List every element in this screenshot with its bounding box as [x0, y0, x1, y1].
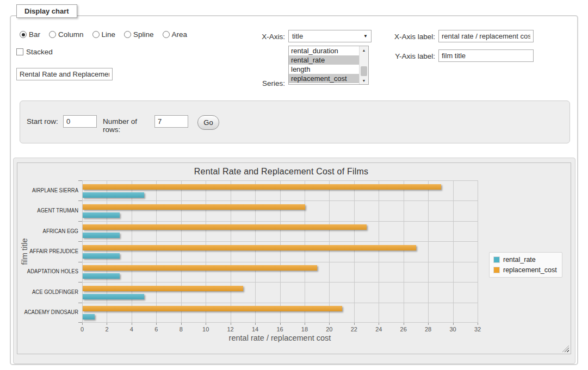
bar-rental_rate[interactable] [83, 273, 120, 279]
y-tick-mark [78, 200, 82, 201]
chart-title-input[interactable] [16, 68, 113, 80]
gridline-vertical [329, 180, 330, 323]
category-label: ACADEMY DINOSAUR [22, 309, 79, 315]
xaxis-field-label: X-Axis: [228, 33, 285, 41]
gridline-horizontal [82, 180, 478, 181]
x-tick-label: 2 [99, 326, 114, 333]
bar-replacement_cost[interactable] [83, 204, 305, 210]
gridline-vertical [231, 180, 231, 323]
x-tick-label: 14 [247, 326, 263, 333]
bar-replacement_cost[interactable] [83, 224, 367, 230]
chart-type-spline[interactable]: Spline [124, 30, 154, 39]
series-option-replacement-cost[interactable]: replacement_cost [289, 74, 360, 83]
radio-icon[interactable] [49, 31, 56, 38]
xaxis-label-input[interactable] [438, 30, 534, 42]
start-row-label: Start row: [27, 117, 61, 126]
category-label: ADAPTATION HOLES [22, 268, 79, 274]
series-listbox[interactable]: rental_duration rental_rate length repla… [288, 46, 369, 85]
legend-item[interactable]: replacement_cost [493, 266, 557, 274]
category-label: AGENT TRUMAN [22, 208, 79, 214]
chart-container: Rental Rate and Replacement Cost of Film… [17, 162, 571, 354]
x-tick-mark [107, 323, 107, 325]
x-tick-label: 24 [371, 326, 386, 333]
category-label: ACE GOLDFINGER [22, 289, 79, 295]
x-tick-mark [305, 323, 305, 325]
radio-icon[interactable] [92, 31, 100, 38]
radio-icon[interactable] [20, 31, 27, 38]
x-tick-mark [181, 323, 182, 325]
gridline-vertical [428, 180, 429, 323]
x-tick-mark [132, 323, 132, 325]
gridline-horizontal [82, 200, 478, 201]
gridline-vertical [156, 180, 157, 323]
gridline-vertical [280, 180, 281, 323]
num-rows-input[interactable] [154, 115, 188, 128]
x-tick-label: 18 [297, 326, 312, 333]
x-tick-label: 20 [321, 326, 337, 333]
scroll-up-icon[interactable]: ▲ [360, 46, 368, 54]
gridline-horizontal [82, 221, 478, 222]
gridline-vertical [255, 180, 256, 323]
series-option-length[interactable]: length [289, 65, 360, 74]
num-rows-label: Number of rows: [103, 117, 155, 134]
gridline-vertical [82, 180, 83, 323]
radio-icon[interactable] [163, 31, 170, 38]
bar-replacement_cost[interactable] [83, 306, 342, 311]
legend-label: rental_rate [503, 256, 536, 264]
resize-handle-icon[interactable] [562, 346, 569, 352]
bar-rental_rate[interactable] [83, 253, 120, 259]
x-tick-label: 0 [75, 326, 90, 333]
bar-rental_rate[interactable] [83, 212, 120, 218]
bar-rental_rate[interactable] [83, 233, 120, 238]
x-tick-label: 8 [174, 326, 189, 333]
legend-item[interactable]: rental_rate [493, 256, 557, 264]
scroll-down-icon[interactable]: ▼ [360, 77, 368, 84]
xaxis-selected-value: title [292, 32, 303, 40]
xaxis-label-field-label: X-Axis label: [375, 33, 435, 41]
chart-title: Rental Rate and Replacement Cost of Film… [17, 167, 545, 177]
chart-type-label: Spline [133, 30, 154, 39]
series-option-rental-duration[interactable]: rental_duration [289, 46, 360, 55]
scrollbar-thumb[interactable] [361, 66, 367, 76]
x-tick-mark [280, 323, 281, 325]
chart-type-column[interactable]: Column [49, 30, 84, 39]
gridline-horizontal [82, 262, 478, 262]
legend-swatch [493, 256, 500, 263]
listbox-scrollbar[interactable]: ▲ ▼ [359, 46, 368, 84]
yaxis-label-input[interactable] [438, 49, 534, 62]
series-field-label: Series: [228, 79, 285, 87]
chart-type-area[interactable]: Area [163, 30, 188, 39]
y-tick-mark [78, 303, 82, 303]
x-tick-mark [354, 323, 355, 325]
gridline-horizontal [82, 241, 478, 242]
bar-rental_rate[interactable] [83, 294, 144, 299]
bar-replacement_cost[interactable] [83, 265, 317, 271]
start-row-input[interactable] [63, 115, 97, 128]
x-tick-label: 6 [148, 326, 164, 333]
chart-type-line[interactable]: Line [92, 30, 116, 39]
gridline-vertical [404, 180, 404, 323]
fieldset-title: Display chart [16, 4, 77, 18]
xaxis-select[interactable]: title ▼ [288, 30, 372, 42]
x-tick-label: 28 [420, 326, 436, 333]
x-tick-label: 16 [273, 326, 288, 333]
chart-legend: rental_ratereplacement_cost [489, 252, 562, 278]
x-tick-mark [478, 323, 478, 325]
go-button[interactable]: Go [197, 115, 219, 130]
bar-replacement_cost[interactable] [83, 245, 416, 250]
chart-type-label: Column [58, 30, 84, 39]
bar-rental_rate[interactable] [83, 192, 144, 198]
yaxis-label-field-label: Y-Axis label: [375, 52, 435, 60]
bar-rental_rate[interactable] [83, 314, 95, 319]
gridline-vertical [206, 180, 206, 323]
stacked-row: Stacked [16, 48, 53, 56]
series-option-rental-rate[interactable]: rental_rate [289, 55, 360, 65]
chevron-down-icon: ▼ [363, 34, 368, 39]
x-tick-mark [329, 323, 330, 325]
chart-type-bar[interactable]: Bar [20, 30, 40, 39]
radio-icon[interactable] [124, 31, 131, 38]
bar-replacement_cost[interactable] [83, 286, 243, 291]
stacked-checkbox[interactable] [16, 48, 23, 55]
bar-replacement_cost[interactable] [83, 184, 441, 190]
gridline-horizontal [82, 282, 478, 283]
